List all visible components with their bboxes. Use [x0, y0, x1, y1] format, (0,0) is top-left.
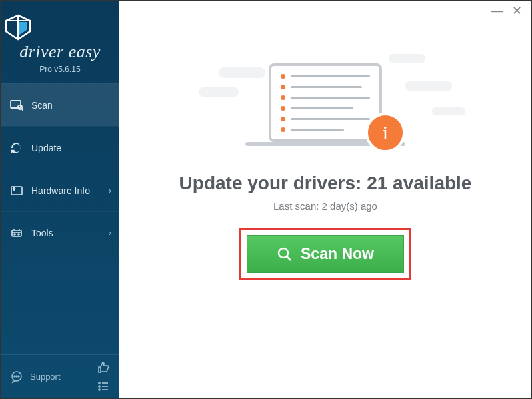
hardware-info-icon: i [10, 184, 23, 197]
version-label: Pro v5.6.15 [1, 65, 119, 74]
nav: Scan Update i Hardware [1, 83, 119, 254]
main-content: i Update your drivers: 21 available Last… [119, 1, 531, 398]
sidebar-item-tools[interactable]: Tools › [1, 211, 119, 254]
svg-point-12 [99, 382, 100, 384]
titlebar: — ✕ [481, 1, 531, 21]
svg-point-1 [18, 105, 22, 109]
sidebar-item-label: Scan [31, 100, 53, 111]
svg-rect-0 [11, 101, 21, 108]
thumbs-up-icon[interactable] [97, 361, 110, 374]
support-label: Support [30, 372, 61, 382]
svg-point-6 [14, 234, 15, 235]
headline: Update your drivers: 21 available [179, 173, 472, 194]
logo-icon [1, 13, 35, 42]
sidebar-item-label: Update [31, 143, 61, 153]
sidebar-item-label: Hardware Info [31, 185, 90, 196]
tools-icon [10, 226, 23, 240]
scan-highlight-annotation: Scan Now [239, 228, 411, 280]
svg-point-9 [14, 376, 15, 377]
last-scan-label: Last scan: 2 day(s) ago [273, 200, 377, 212]
sidebar-item-update[interactable]: Update [1, 126, 119, 169]
logo-area: driver easy Pro v5.6.15 [1, 1, 119, 83]
close-button[interactable]: ✕ [512, 5, 522, 17]
svg-point-15 [279, 248, 288, 258]
svg-point-7 [18, 234, 19, 235]
list-icon[interactable] [97, 380, 110, 393]
scan-now-button[interactable]: Scan Now [247, 235, 404, 273]
scan-button-label: Scan Now [301, 245, 374, 263]
update-icon [10, 141, 23, 155]
app-window: — ✕ driver easy Pro v5.6.15 [0, 0, 532, 399]
brand-name: driver easy [1, 42, 119, 62]
support-button[interactable]: Support [10, 370, 97, 384]
scan-icon [10, 99, 23, 112]
sidebar-footer: Support [1, 354, 119, 398]
minimize-button[interactable]: — [491, 5, 503, 17]
svg-point-14 [99, 389, 100, 390]
sidebar-item-label: Tools [31, 228, 53, 238]
svg-rect-5 [12, 230, 21, 236]
svg-text:i: i [13, 187, 14, 191]
search-icon [277, 246, 293, 262]
chevron-right-icon: › [109, 228, 111, 238]
sidebar-item-hardware-info[interactable]: i Hardware Info › [1, 169, 119, 211]
svg-point-13 [99, 386, 100, 387]
illustration: i [232, 47, 419, 154]
svg-point-10 [16, 376, 17, 377]
chevron-right-icon: › [109, 186, 111, 195]
info-badge-icon: i [365, 113, 405, 153]
sidebar-item-scan[interactable]: Scan [1, 83, 119, 126]
svg-point-11 [18, 376, 19, 377]
chat-icon [10, 370, 23, 384]
sidebar: driver easy Pro v5.6.15 Scan [1, 1, 119, 398]
